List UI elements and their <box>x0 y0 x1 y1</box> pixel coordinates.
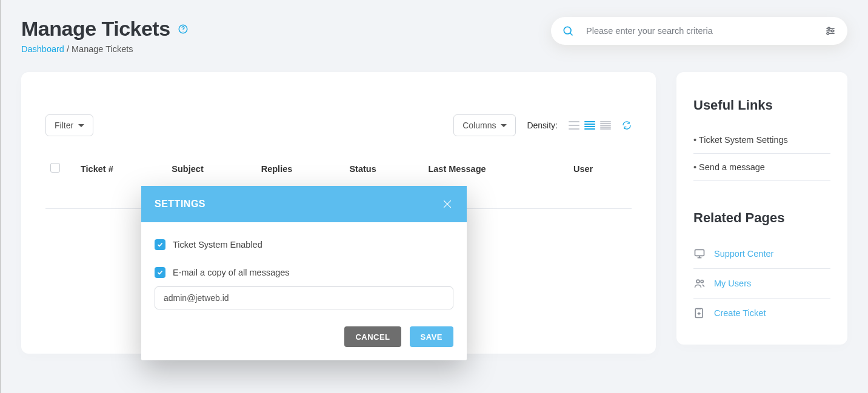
email-field[interactable] <box>155 286 453 309</box>
search-input[interactable] <box>585 25 813 36</box>
breadcrumb: Dashboard / Manage Tickets <box>21 44 189 54</box>
modal-title: SETTINGS <box>155 199 205 210</box>
side-panel: Useful Links Ticket System Settings Send… <box>676 72 847 345</box>
close-icon[interactable] <box>441 198 453 210</box>
density-compact-icon[interactable] <box>600 121 611 130</box>
useful-links-title: Useful Links <box>693 97 830 113</box>
cancel-button[interactable]: CANCEL <box>344 326 401 347</box>
page-title-text: Manage Tickets <box>21 17 170 41</box>
link-ticket-settings[interactable]: Ticket System Settings <box>693 127 830 154</box>
columns-button-label: Columns <box>462 121 496 130</box>
svg-point-14 <box>701 280 703 283</box>
col-user[interactable]: User <box>569 163 632 185</box>
breadcrumb-root-link[interactable]: Dashboard <box>21 44 64 54</box>
col-status[interactable]: Status <box>344 163 423 185</box>
svg-point-13 <box>696 280 699 283</box>
monitor-icon <box>693 248 706 260</box>
page-link-users[interactable]: My Users <box>693 269 830 299</box>
ticket-plus-icon <box>693 307 706 319</box>
checkbox-ticket-enabled[interactable] <box>155 239 165 250</box>
density-label: Density: <box>527 121 558 130</box>
col-subject[interactable]: Subject <box>167 163 256 185</box>
col-replies[interactable]: Replies <box>256 163 345 185</box>
svg-point-7 <box>832 30 833 31</box>
svg-rect-10 <box>695 249 704 256</box>
col-last-message[interactable]: Last Message <box>423 163 569 185</box>
users-icon <box>693 277 706 289</box>
caret-down-icon <box>78 124 84 127</box>
caret-down-icon <box>501 124 507 127</box>
svg-point-2 <box>564 27 571 34</box>
search-bar[interactable] <box>551 17 847 45</box>
filter-button-label: Filter <box>55 121 73 130</box>
checkbox-ticket-enabled-label: Ticket System Enabled <box>173 240 262 249</box>
page-link-support-label: Support Center <box>714 249 773 259</box>
select-all-checkbox[interactable] <box>50 163 60 173</box>
breadcrumb-leaf: Manage Tickets <box>72 44 133 54</box>
svg-line-3 <box>570 33 573 36</box>
checkbox-email-copy-label: E-mail a copy of all messages <box>173 268 290 277</box>
density-comfortable-icon[interactable] <box>569 121 579 130</box>
settings-modal: SETTINGS Ticket System Enabled E-mail a … <box>141 186 467 360</box>
page-link-users-label: My Users <box>714 279 751 288</box>
related-pages-title: Related Pages <box>693 210 830 226</box>
help-icon[interactable] <box>178 24 189 35</box>
save-button[interactable]: SAVE <box>410 326 453 347</box>
filter-button[interactable]: Filter <box>45 114 93 136</box>
refresh-icon[interactable] <box>622 121 632 130</box>
svg-point-9 <box>827 33 829 35</box>
svg-point-5 <box>828 27 830 29</box>
density-default-icon[interactable] <box>584 121 595 130</box>
breadcrumb-sep: / <box>64 44 72 54</box>
search-icon <box>562 25 574 37</box>
checkbox-email-copy[interactable] <box>155 267 165 278</box>
link-send-message[interactable]: Send a message <box>693 154 830 181</box>
page-link-create-label: Create Ticket <box>714 308 766 318</box>
col-ticket[interactable]: Ticket # <box>76 163 167 185</box>
svg-point-1 <box>182 31 183 31</box>
page-link-create-ticket[interactable]: Create Ticket <box>693 299 830 328</box>
page-title: Manage Tickets <box>21 17 189 41</box>
columns-button[interactable]: Columns <box>453 114 516 136</box>
sliders-icon[interactable] <box>824 25 836 37</box>
page-link-support[interactable]: Support Center <box>693 239 830 269</box>
